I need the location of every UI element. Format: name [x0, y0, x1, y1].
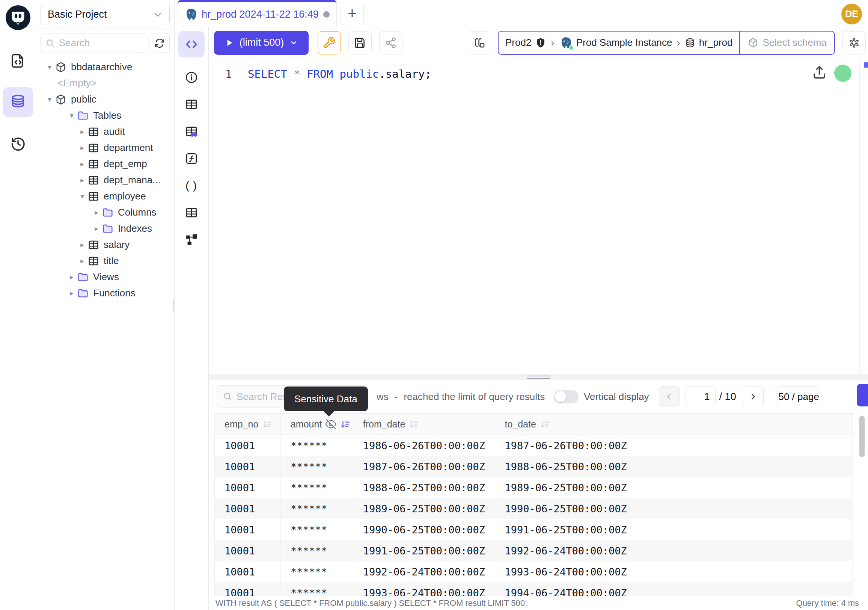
table-cell[interactable]: 1987-06-26T00:00:00Z: [495, 435, 636, 456]
connection-scope[interactable]: Prod2 ›: [499, 31, 739, 54]
sort-icon[interactable]: [262, 419, 273, 430]
table-cell[interactable]: 1991-06-25T00:00:00Z: [353, 540, 495, 561]
tree-item-dept-emp[interactable]: ▸ dept_emp: [36, 156, 174, 172]
tree-caret-icon[interactable]: ▸: [67, 273, 77, 281]
run-query-button[interactable]: (limit 500): [214, 31, 308, 55]
tree-item-title[interactable]: ▸ title: [36, 253, 174, 269]
table-cell[interactable]: 10001: [215, 540, 281, 561]
table-cell[interactable]: 1990-06-25T00:00:00Z: [495, 498, 636, 519]
table-cell[interactable]: [635, 456, 852, 477]
tree-caret-icon[interactable]: ▸: [77, 241, 87, 249]
table-cell[interactable]: 1992-06-24T00:00:00Z: [353, 561, 495, 582]
page-number-input[interactable]: 1: [685, 386, 716, 407]
column-header[interactable]: [635, 414, 852, 435]
table-cell[interactable]: 10001: [215, 477, 281, 498]
sort-icon[interactable]: [539, 419, 550, 430]
tree-caret-icon[interactable]: ▸: [77, 160, 87, 168]
share-button[interactable]: [379, 31, 403, 54]
table-cell[interactable]: ******: [281, 435, 353, 456]
table-cell[interactable]: 1988-06-25T00:00:00Z: [353, 477, 495, 498]
tree-item-audit[interactable]: ▸ audit: [36, 124, 174, 140]
tree-item-salary[interactable]: ▸ salary: [36, 237, 174, 253]
tables-panel-button[interactable]: [184, 97, 198, 112]
results-scrollbar-thumb[interactable]: [859, 416, 865, 457]
tree-caret-icon[interactable]: ▸: [91, 208, 102, 217]
tree-item-views[interactable]: ▸ Views: [36, 269, 174, 285]
app-logo[interactable]: [0, 0, 36, 36]
table-cell[interactable]: 1993-06-24T00:00:00Z: [353, 582, 495, 596]
table-cell[interactable]: [635, 477, 852, 498]
table-cell[interactable]: ******: [281, 519, 353, 540]
table-cell[interactable]: ******: [281, 561, 353, 582]
column-header-to_date[interactable]: to_date: [495, 414, 636, 435]
table-cell[interactable]: [635, 540, 852, 561]
next-page-button[interactable]: [743, 386, 764, 407]
table-cell[interactable]: 1991-06-25T00:00:00Z: [495, 519, 636, 540]
table-cell[interactable]: [635, 435, 852, 456]
rail-item-worksheet[interactable]: [3, 46, 33, 76]
table-row[interactable]: 10001******1988-06-25T00:00:00Z1989-06-2…: [215, 477, 852, 498]
table-cell[interactable]: [635, 582, 852, 596]
table-cell[interactable]: 1994-06-24T00:00:00Z: [495, 582, 636, 596]
sidebar-search-input[interactable]: [59, 37, 140, 49]
table-row[interactable]: 10001******1989-06-25T00:00:00Z1990-06-2…: [215, 498, 852, 519]
table-row[interactable]: 10001******1992-06-24T00:00:00Z1993-06-2…: [215, 561, 852, 582]
tree-caret-icon[interactable]: ▸: [77, 127, 87, 136]
tree-caret-icon[interactable]: ▸: [91, 224, 102, 233]
tree-caret-icon[interactable]: ▸: [77, 256, 87, 265]
add-tab-button[interactable]: +: [341, 2, 364, 25]
table-cell[interactable]: 10001: [215, 435, 281, 456]
tree-caret-icon[interactable]: ▾: [44, 63, 55, 71]
prev-page-button[interactable]: [659, 386, 679, 407]
table-cell[interactable]: [635, 498, 852, 519]
table-row[interactable]: 10001******1991-06-25T00:00:00Z1992-06-2…: [215, 540, 852, 561]
code-panel-button[interactable]: [178, 31, 205, 57]
save-button[interactable]: [349, 31, 372, 54]
tree-item-functions[interactable]: ▸ Functions: [36, 285, 174, 301]
table-cell[interactable]: ******: [281, 498, 353, 519]
sort-icon[interactable]: [408, 419, 419, 430]
worksheet-tab[interactable]: hr_prod 2024-11-22 16:49: [178, 0, 337, 27]
tree-caret-icon[interactable]: ▸: [67, 289, 77, 298]
table-cell[interactable]: 10001: [215, 561, 281, 582]
tree-item-tables[interactable]: ▾ Tables: [36, 107, 174, 124]
tree-caret-icon[interactable]: ▸: [77, 143, 87, 152]
tree-item-bbdataarchive[interactable]: ▾ bbdataarchive: [36, 59, 174, 75]
batch-query-button[interactable]: [468, 31, 491, 54]
tree-caret-icon[interactable]: ▾: [77, 192, 87, 200]
table-cell[interactable]: ******: [281, 456, 353, 477]
table-cell[interactable]: ******: [281, 540, 353, 561]
table-cell[interactable]: 1990-06-25T00:00:00Z: [353, 519, 495, 540]
upload-sheet-icon[interactable]: [811, 64, 828, 81]
table-cell[interactable]: 10001: [215, 582, 281, 596]
masked-data-panel-button[interactable]: [184, 124, 198, 139]
sidebar-search[interactable]: [40, 33, 145, 53]
table-row[interactable]: 10001******1987-06-26T00:00:00Z1988-06-2…: [215, 456, 852, 477]
table-cell[interactable]: 1989-06-25T00:00:00Z: [353, 498, 495, 519]
column-header-amount[interactable]: amount: [281, 414, 353, 435]
table-cell[interactable]: ******: [281, 582, 353, 596]
vertical-display-toggle[interactable]: [554, 390, 578, 404]
avatar[interactable]: DE: [841, 4, 862, 25]
table-cell[interactable]: 10001: [215, 519, 281, 540]
tree-caret-icon[interactable]: ▾: [44, 95, 55, 104]
rail-item-databases[interactable]: [3, 87, 33, 117]
table-cell[interactable]: 10001: [215, 456, 281, 477]
table-cell[interactable]: ******: [281, 477, 353, 498]
tree-item-public[interactable]: ▾ public: [36, 91, 174, 107]
table-cell[interactable]: [635, 519, 852, 540]
format-sql-button[interactable]: [318, 31, 341, 54]
ai-assistant-button[interactable]: [842, 31, 866, 54]
info-panel-button[interactable]: [184, 70, 198, 84]
project-selector[interactable]: Basic Project: [40, 4, 170, 25]
functions-panel-button[interactable]: [184, 151, 198, 166]
table-cell[interactable]: 1989-06-25T00:00:00Z: [495, 477, 636, 498]
table-cell[interactable]: 1992-06-24T00:00:00Z: [495, 540, 636, 561]
export-button[interactable]: [857, 384, 868, 407]
tree-caret-icon[interactable]: ▸: [77, 176, 87, 185]
page-size-select[interactable]: 50 / page: [778, 386, 820, 407]
views-panel-button[interactable]: [184, 205, 198, 220]
table-cell[interactable]: 1987-06-26T00:00:00Z: [353, 456, 495, 477]
tree-item-indexes[interactable]: ▸ Indexes: [36, 220, 174, 237]
table-cell[interactable]: 1986-06-26T00:00:00Z: [353, 435, 495, 456]
